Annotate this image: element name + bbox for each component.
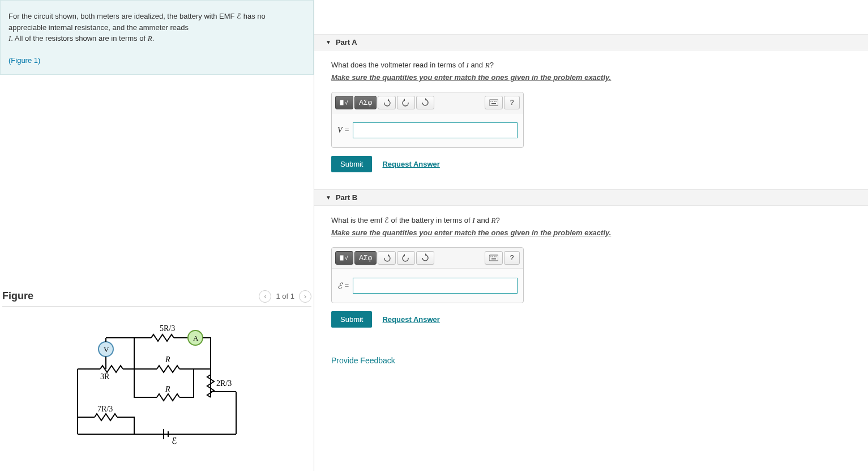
- label-emf: ℰ: [172, 436, 177, 445]
- redo-button[interactable]: [397, 251, 415, 265]
- caret-down-icon: ▼: [326, 194, 331, 201]
- caret-down-icon: ▼: [326, 39, 331, 45]
- svg-point-20: [494, 256, 495, 257]
- part-b-request-answer[interactable]: Request Answer: [382, 315, 439, 324]
- figure-title: Figure: [2, 290, 33, 302]
- svg-rect-7: [340, 100, 343, 105]
- part-a-question: What does the voltmeter read in terms of…: [331, 61, 851, 70]
- figure-link[interactable]: (Figure 1): [8, 56, 40, 65]
- part-b-var-label: ℰ =: [337, 281, 349, 291]
- resistance-symbol: R: [148, 34, 152, 43]
- svg-point-11: [492, 101, 493, 102]
- reset-button[interactable]: [416, 251, 434, 265]
- undo-button[interactable]: [378, 251, 396, 265]
- reset-button[interactable]: [416, 96, 434, 109]
- label-5R3: 5R/3: [160, 324, 175, 333]
- svg-point-13: [495, 101, 497, 102]
- label-7R3: 7R/3: [97, 405, 113, 413]
- svg-point-18: [490, 256, 491, 257]
- circuit-diagram: 3R 5R/3 R R 2R/3 7R/3 ℰ V A: [66, 318, 247, 450]
- part-a-request-answer[interactable]: Request Answer: [382, 160, 439, 168]
- label-R-mid: R: [165, 385, 170, 393]
- part-b-answer-box: √ ΑΣφ ?: [331, 247, 524, 303]
- part-a-answer-box: √ ΑΣφ ?: [331, 92, 524, 148]
- figure-next-button[interactable]: ›: [299, 290, 311, 303]
- part-a-header[interactable]: ▼ Part A: [314, 34, 868, 50]
- label-ammeter: A: [193, 334, 199, 342]
- svg-point-21: [495, 256, 497, 257]
- template-picker-button[interactable]: √: [335, 96, 353, 109]
- greek-letters-button[interactable]: ΑΣφ: [354, 251, 377, 265]
- svg-text:√: √: [345, 100, 348, 106]
- svg-rect-15: [340, 256, 343, 260]
- part-a-title: Part A: [336, 38, 357, 46]
- part-b-hint: Make sure the quantities you enter match…: [331, 228, 851, 237]
- part-a-answer-input[interactable]: [353, 122, 518, 138]
- svg-text:√: √: [345, 255, 348, 261]
- redo-button[interactable]: [397, 96, 415, 109]
- problem-period: .: [152, 34, 155, 43]
- label-R-top: R: [165, 355, 170, 364]
- problem-statement: For the circuit shown, both meters are i…: [0, 0, 314, 75]
- svg-point-12: [494, 101, 495, 102]
- template-picker-button[interactable]: √: [335, 251, 353, 265]
- part-a-hint: Make sure the quantities you enter match…: [331, 73, 851, 82]
- svg-point-10: [490, 101, 491, 102]
- provide-feedback-link[interactable]: Provide Feedback: [314, 345, 868, 376]
- svg-rect-14: [491, 103, 496, 104]
- label-3R: 3R: [100, 372, 110, 381]
- part-b-submit-button[interactable]: Submit: [331, 311, 372, 328]
- label-2R3: 2R/3: [216, 379, 232, 388]
- help-button[interactable]: ?: [504, 96, 520, 109]
- part-a-submit-button[interactable]: Submit: [331, 156, 372, 172]
- svg-rect-9: [489, 100, 498, 105]
- help-button[interactable]: ?: [504, 251, 520, 265]
- problem-text-3: . All of the resistors shown are in term…: [11, 34, 147, 43]
- svg-rect-17: [489, 255, 498, 261]
- greek-letters-button[interactable]: ΑΣφ: [354, 96, 377, 109]
- svg-point-19: [492, 256, 493, 257]
- problem-text-1: For the circuit shown, both meters are i…: [8, 12, 237, 20]
- part-a-var-label: V =: [337, 126, 349, 135]
- emf-symbol: ℰ: [237, 12, 241, 20]
- keyboard-button[interactable]: [485, 96, 503, 109]
- part-b-answer-input[interactable]: [353, 278, 518, 294]
- undo-button[interactable]: [378, 96, 396, 109]
- label-voltmeter: V: [104, 345, 109, 354]
- figure-page: 1 of 1: [276, 292, 294, 300]
- svg-rect-22: [491, 258, 496, 260]
- part-b-header[interactable]: ▼ Part B: [314, 189, 868, 206]
- keyboard-button[interactable]: [485, 251, 503, 265]
- part-b-title: Part B: [336, 193, 357, 202]
- part-b-question: What is the emf ℰ of the battery in term…: [331, 216, 851, 225]
- figure-prev-button[interactable]: ‹: [259, 290, 271, 303]
